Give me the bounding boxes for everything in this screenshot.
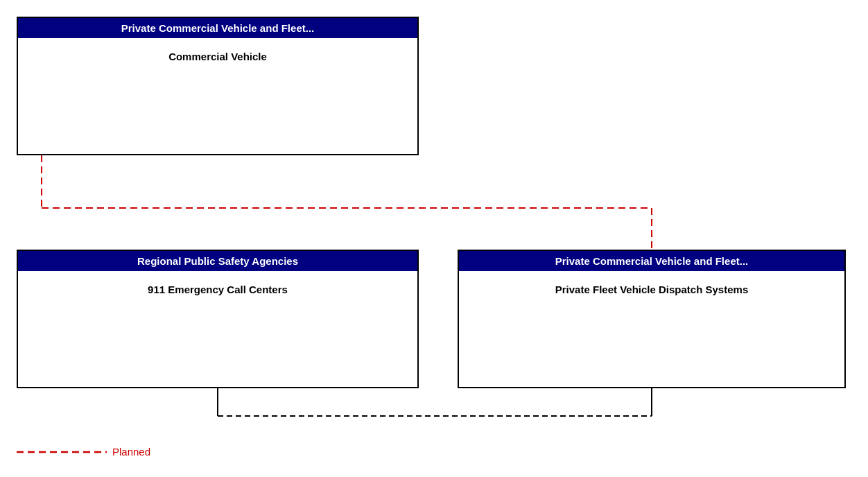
node-fleet-dispatch-body: Private Fleet Vehicle Dispatch Systems bbox=[459, 271, 844, 308]
legend: Planned bbox=[17, 446, 150, 458]
node-commercial-vehicle-body: Commercial Vehicle bbox=[18, 38, 417, 75]
node-public-safety: Regional Public Safety Agencies 911 Emer… bbox=[17, 250, 419, 388]
node-public-safety-body: 911 Emergency Call Centers bbox=[18, 271, 417, 308]
legend-planned: Planned bbox=[17, 446, 150, 458]
node-fleet-dispatch-header: Private Commercial Vehicle and Fleet... bbox=[459, 251, 844, 271]
node-commercial-vehicle: Private Commercial Vehicle and Fleet... … bbox=[17, 17, 419, 155]
node-public-safety-header: Regional Public Safety Agencies bbox=[18, 251, 417, 271]
node-fleet-dispatch: Private Commercial Vehicle and Fleet... … bbox=[458, 250, 846, 388]
node-commercial-vehicle-header: Private Commercial Vehicle and Fleet... bbox=[18, 18, 417, 38]
legend-planned-line-svg bbox=[17, 446, 107, 458]
diagram-container: Private Commercial Vehicle and Fleet... … bbox=[0, 0, 868, 477]
legend-planned-label: Planned bbox=[112, 446, 150, 458]
